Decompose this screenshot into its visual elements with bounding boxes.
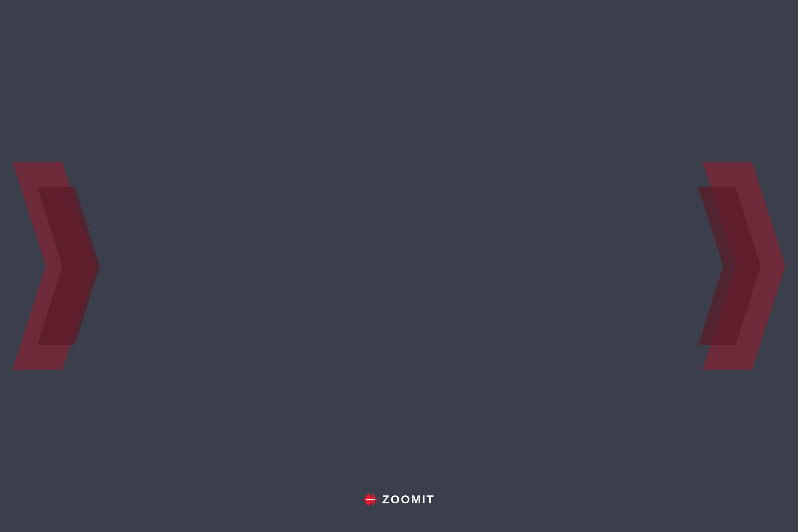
svg-marker-1	[37, 187, 100, 345]
zoomit-logo-icon	[363, 492, 378, 507]
svg-marker-3	[698, 187, 761, 345]
zoomit-text: ZOOMIT	[382, 493, 435, 506]
zoomit-logo: ZOOMIT	[363, 492, 435, 507]
